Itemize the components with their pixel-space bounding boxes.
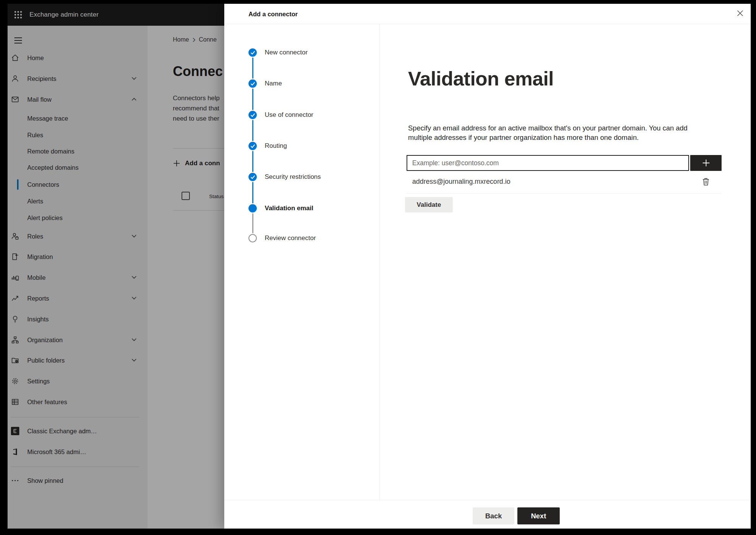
step-validation-email[interactable]: Validation email bbox=[243, 200, 372, 217]
divider bbox=[379, 24, 380, 500]
plus-icon bbox=[702, 159, 710, 167]
step-label: Name bbox=[265, 80, 282, 87]
step-name[interactable]: Name bbox=[243, 75, 372, 92]
add-email-button[interactable] bbox=[690, 155, 722, 171]
app-window: Exchange admin center Home Recipients Ma… bbox=[8, 4, 751, 529]
step-use-of-connector[interactable]: Use of connector bbox=[243, 107, 372, 123]
add-connector-wizard-panel: Add a connector New connector Name Use o… bbox=[224, 4, 751, 529]
step-label: Routing bbox=[265, 142, 287, 150]
divider bbox=[224, 24, 751, 24]
step-todo-icon bbox=[248, 234, 257, 242]
step-heading: Validation email bbox=[408, 67, 554, 90]
divider bbox=[407, 193, 722, 194]
step-label: New connector bbox=[265, 49, 307, 56]
divider bbox=[224, 500, 751, 500]
step-label: Validation email bbox=[265, 205, 314, 212]
trash-icon[interactable] bbox=[700, 175, 712, 188]
step-security-restrictions[interactable]: Security restrictions bbox=[243, 169, 372, 185]
screenshot-frame: Exchange admin center Home Recipients Ma… bbox=[0, 0, 756, 535]
step-description: Specify an email address for an active m… bbox=[408, 123, 688, 142]
description-line: multiple addresses if your partner organ… bbox=[408, 133, 688, 142]
step-review-connector[interactable]: Review connector bbox=[243, 230, 372, 247]
step-done-check-icon bbox=[248, 48, 257, 57]
step-done-check-icon bbox=[248, 111, 257, 119]
email-address-row: address@journaling.mxrecord.io bbox=[407, 173, 722, 190]
step-done-check-icon bbox=[248, 173, 257, 181]
step-new-connector[interactable]: New connector bbox=[243, 44, 372, 61]
step-label: Use of connector bbox=[265, 111, 314, 119]
step-current-icon bbox=[248, 204, 257, 212]
email-address-value: address@journaling.mxrecord.io bbox=[412, 178, 700, 186]
step-done-check-icon bbox=[248, 79, 257, 88]
close-icon[interactable] bbox=[734, 7, 746, 19]
step-label: Review connector bbox=[265, 234, 316, 242]
step-done-check-icon bbox=[248, 142, 257, 150]
validation-email-input[interactable] bbox=[407, 155, 689, 171]
back-button[interactable]: Back bbox=[473, 507, 514, 524]
step-label: Security restrictions bbox=[265, 173, 321, 181]
next-button[interactable]: Next bbox=[517, 507, 560, 524]
step-routing[interactable]: Routing bbox=[243, 138, 372, 154]
description-line: Specify an email address for an active m… bbox=[408, 123, 688, 133]
wizard-title: Add a connector bbox=[248, 11, 298, 18]
validate-button[interactable]: Validate bbox=[405, 197, 453, 212]
